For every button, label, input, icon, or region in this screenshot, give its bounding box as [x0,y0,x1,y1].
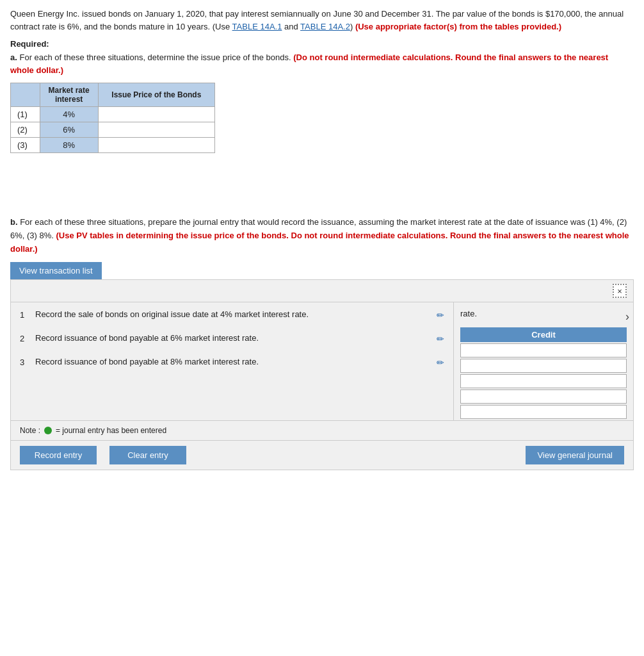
tx-number-2: 3 [20,357,31,367]
part-a-text: For each of these three situations, dete… [17,53,293,62]
rate-cell-0: 4% [40,107,98,122]
edit-icon-0[interactable]: ✏ [437,310,444,320]
rate-cell-1: 6% [40,122,98,138]
rate-cell-2: 8% [40,138,98,153]
view-general-journal-button[interactable]: View general journal [526,446,624,464]
issue-price-input-0[interactable] [105,110,208,119]
part-b-instruction: b. For each of these three situations, p… [10,216,634,256]
required-text: Required: [10,39,49,49]
col-issue-price-header: Issue Price of the Bonds [98,83,214,107]
panel-header: × [11,280,633,302]
view-transaction-list-button[interactable]: View transaction list [10,262,102,279]
issue-price-input-cell-0[interactable] [98,107,214,122]
issue-price-input-1[interactable] [105,125,208,135]
clear-entry-button[interactable]: Clear entry [109,446,186,464]
tx-text-2: Record issuance of bond payable at 8% ma… [35,356,430,368]
transaction-panel: × 1 Record the sale of bonds on original… [10,279,634,470]
intro-paragraph: Queen Energy Inc. issued bonds on Januar… [10,8,634,33]
issue-price-table: Market rate interest Issue Price of the … [10,83,215,153]
right-column: rate. Credit › [454,302,633,420]
note-label: Note : [20,426,40,435]
button-bar: Record entry Clear entry View general jo… [11,440,633,470]
note-text: = journal entry has been entered [56,426,166,435]
edit-icon-2[interactable]: ✏ [437,357,444,368]
row-id-1: (2) [11,122,40,138]
table-14a2-link[interactable]: TABLE 14A.2 [300,22,350,31]
row-id-0: (1) [11,107,40,122]
transaction-item: 2 Record issuance of bond payable at 6% … [20,332,444,345]
table-14a1-link[interactable]: TABLE 14A.1 [232,22,282,31]
chevron-right-button[interactable]: › [625,310,629,324]
transaction-item: 1 Record the sale of bonds on original i… [20,309,444,321]
part-a-instruction: a. For each of these three situations, d… [10,51,634,76]
table-row: (1) 4% [11,107,215,122]
col-market-rate-header: Market rate interest [40,83,98,107]
credit-header: Credit [460,327,627,342]
part-a-label: a. [10,53,17,62]
required-label: Required: [10,39,634,49]
part-b-bold: (Use PV tables in determining the issue … [10,231,629,254]
transaction-list: 1 Record the sale of bonds on original i… [11,302,454,420]
edit-icon-1[interactable]: ✏ [437,334,444,344]
transaction-item: 3 Record issuance of bond payable at 8% … [20,356,444,368]
part-b-label: b. [10,217,18,227]
intro-text-2: and [282,22,300,31]
issue-price-input-2[interactable] [105,140,208,150]
table-empty-header [11,83,40,107]
credit-row [460,359,627,373]
credit-section: Credit [460,327,627,420]
intro-bold-red: (Use appropriate factor(s) from the tabl… [355,22,561,31]
tx-number-0: 1 [20,310,31,320]
close-button[interactable]: × [613,284,627,298]
green-dot-icon [44,427,52,434]
tx-text-0: Record the sale of bonds on original iss… [35,309,430,321]
credit-row [460,374,627,388]
credit-row [460,390,627,404]
right-col-text: rate. [460,309,627,318]
intro-text-3: ) [350,22,355,31]
tx-text-1: Record issuance of bond payable at 6% ma… [35,332,430,345]
table-row: (2) 6% [11,122,215,138]
tx-number-1: 2 [20,334,31,343]
issue-price-input-cell-2[interactable] [98,138,214,153]
credit-row [460,405,627,419]
panel-body: 1 Record the sale of bonds on original i… [11,302,633,420]
credit-row [460,343,627,357]
issue-price-input-cell-1[interactable] [98,122,214,138]
record-entry-button[interactable]: Record entry [20,446,97,464]
table-row: (3) 8% [11,138,215,153]
note-bar: Note : = journal entry has been entered [11,420,633,440]
row-id-2: (3) [11,138,40,153]
